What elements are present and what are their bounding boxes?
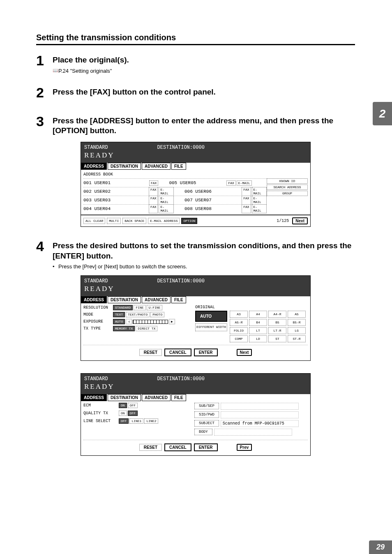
lineselect-line2[interactable]: LINE2 <box>144 418 158 424</box>
email-tag[interactable]: E-MAIL <box>159 204 173 213</box>
tab-file[interactable]: FILE <box>171 394 186 401</box>
option-button[interactable]: OPTION <box>181 218 197 224</box>
size-a4r[interactable]: A4-R <box>268 311 286 318</box>
ecm-off[interactable]: OFF <box>128 403 138 408</box>
email-tag[interactable]: E-MAIL <box>252 187 267 196</box>
size-b5[interactable]: B5 <box>268 319 286 326</box>
size-st[interactable]: ST <box>268 335 286 342</box>
address-entry[interactable]: 007 USER07 <box>184 198 242 203</box>
enter-button[interactable]: ENTER <box>194 443 218 451</box>
tab-advanced[interactable]: ADVANCED <box>142 296 171 303</box>
tab-destination[interactable]: DESTINATION <box>108 394 141 401</box>
size-lt[interactable]: LT <box>249 327 267 334</box>
reset-button[interactable]: RESET <box>139 444 162 451</box>
search-address-button[interactable]: SEARCH ADDRESS <box>267 185 308 190</box>
known-id-button[interactable]: KNOWN ID <box>267 178 308 184</box>
txtype-memory[interactable]: MEMORY TX <box>113 326 135 331</box>
subject-field: Scanned from MFP-00C91875 <box>221 420 299 427</box>
enter-button[interactable]: ENTER <box>194 349 218 356</box>
size-folio[interactable]: FOLIO <box>230 327 248 334</box>
address-entry[interactable]: 005 USER05 <box>169 180 226 185</box>
email-tag[interactable]: E-MAIL <box>252 196 267 205</box>
next-button[interactable]: Next <box>237 349 252 356</box>
resolution-label: RESOLUTION <box>83 305 113 310</box>
size-a5r[interactable]: A5-R <box>230 319 248 326</box>
email-tag[interactable]: E-MAIL <box>252 204 267 213</box>
tab-destination[interactable]: DESTINATION <box>108 296 141 303</box>
mode-textphoto[interactable]: TEXT/PHOTO <box>126 312 150 317</box>
size-a5[interactable]: A5 <box>288 311 306 318</box>
size-ltr[interactable]: LT-R <box>268 327 286 334</box>
fax-tag[interactable]: FAX <box>242 187 251 196</box>
fax-tag[interactable]: FAX <box>149 196 158 205</box>
size-ld[interactable]: LD <box>249 335 267 342</box>
address-entry[interactable]: 006 USER06 <box>184 189 242 194</box>
panel-ready: READY <box>84 151 307 159</box>
subject-button[interactable]: SUBJECT <box>194 420 219 427</box>
size-a3[interactable]: A3 <box>230 311 248 318</box>
next-button[interactable]: Next <box>292 217 308 224</box>
sidpwd-button[interactable]: SID/PWD <box>194 411 219 418</box>
size-lg[interactable]: LG <box>288 327 306 334</box>
step-number-2: 2 <box>36 85 53 99</box>
lineselect-line1[interactable]: LINE1 <box>129 418 143 424</box>
multi-button[interactable]: MULTI <box>107 218 121 224</box>
original-auto-button[interactable]: AUTO <box>195 311 227 322</box>
fax-tag[interactable]: FAX <box>226 180 235 186</box>
address-entry[interactable]: 003 USER03 <box>83 198 149 203</box>
different-width-button[interactable]: DIFFERENT WIDTH <box>195 323 227 331</box>
qualitytx-off[interactable]: OFF <box>128 411 138 416</box>
tab-address[interactable]: ADDRESS <box>81 394 107 401</box>
tab-address[interactable]: ADDRESS <box>81 296 107 303</box>
step-4-note: Press the [Prev] or [Next] button to swi… <box>53 263 355 270</box>
resolution-fine[interactable]: FINE <box>134 305 145 310</box>
fax-tag[interactable]: FAX <box>149 187 158 196</box>
subsep-button[interactable]: SUB/SEP <box>194 403 219 409</box>
address-entry[interactable]: 008 USER08 <box>184 206 242 211</box>
exposure-slider[interactable] <box>133 320 168 324</box>
ecm-on[interactable]: ON <box>119 403 127 408</box>
mode-text[interactable]: TEXT <box>113 312 125 317</box>
panel-destination-count: DESTINATION:0000 <box>157 145 205 150</box>
reset-button[interactable]: RESET <box>139 349 162 356</box>
fax-tag[interactable]: FAX <box>149 204 158 213</box>
email-tag[interactable]: E-MAIL <box>159 187 173 196</box>
email-address-button[interactable]: E-MAIL ADDRESS <box>148 218 180 224</box>
back-space-button[interactable]: BACK SPACE <box>122 218 146 224</box>
qualitytx-on[interactable]: ON <box>119 411 127 416</box>
body-button[interactable]: BODY <box>194 429 212 435</box>
size-a4[interactable]: A4 <box>249 311 267 318</box>
fax-tag[interactable]: FAX <box>149 180 158 186</box>
email-tag[interactable]: E-MAIL <box>237 180 252 186</box>
resolution-ufine[interactable]: U-FINE <box>147 305 163 310</box>
cancel-button[interactable]: CANCEL <box>164 349 191 356</box>
txtype-direct[interactable]: DIRECT TX <box>136 326 157 331</box>
tab-advanced[interactable]: ADVANCED <box>142 163 171 170</box>
prev-button[interactable]: Prev <box>237 444 252 451</box>
exposure-left-icon[interactable]: ◁ <box>126 319 132 324</box>
exposure-right-icon[interactable]: ▶ <box>169 319 175 324</box>
tab-file[interactable]: FILE <box>171 296 186 303</box>
tab-file[interactable]: FILE <box>171 163 186 170</box>
size-str[interactable]: ST-R <box>288 335 306 342</box>
tab-advanced[interactable]: ADVANCED <box>142 394 171 401</box>
panel-status: STANDARD <box>84 278 108 284</box>
tab-address[interactable]: ADDRESS <box>81 163 107 170</box>
all-clear-button[interactable]: ALL CLEAR <box>83 218 105 224</box>
group-button[interactable]: GROUP <box>267 191 308 196</box>
mode-photo[interactable]: PHOTO <box>150 312 164 317</box>
address-entry[interactable]: 002 USER02 <box>83 189 149 194</box>
size-b4[interactable]: B4 <box>249 319 267 326</box>
address-entry[interactable]: 001 USER01 <box>83 180 149 185</box>
size-comp[interactable]: COMP <box>230 335 248 342</box>
exposure-auto[interactable]: AUTO <box>113 319 125 324</box>
cancel-button[interactable]: CANCEL <box>164 443 191 451</box>
size-b5r[interactable]: B5-R <box>288 319 306 326</box>
fax-tag[interactable]: FAX <box>242 196 251 205</box>
lineselect-off[interactable]: OFF <box>119 418 129 424</box>
address-entry[interactable]: 004 USER04 <box>83 206 149 211</box>
resolution-standard[interactable]: STANDARD <box>113 305 133 310</box>
email-tag[interactable]: E-MAIL <box>159 196 173 205</box>
tab-destination[interactable]: DESTINATION <box>108 163 141 170</box>
fax-tag[interactable]: FAX <box>242 204 251 213</box>
